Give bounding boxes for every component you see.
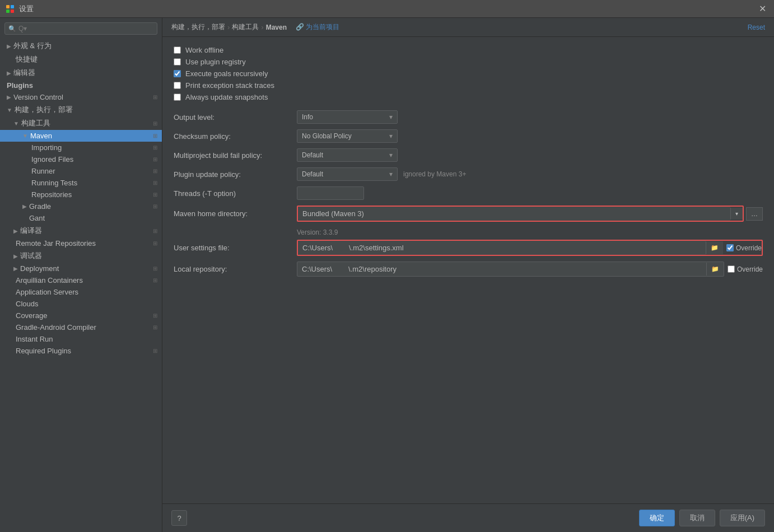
breadcrumb-part2: 构建工具: [232, 22, 259, 32]
sidebar-item-label: Runner: [31, 167, 55, 175]
always-update-row: Always update snapshots: [174, 93, 763, 101]
sidebar-item-remotejar[interactable]: Remote Jar Repositories ⊞: [0, 237, 162, 249]
copy-icon: ⊞: [153, 240, 157, 246]
use-plugin-registry-row: Use plugin registry: [174, 58, 763, 66]
sidebar-item-debugger[interactable]: ▶ 调试器: [0, 249, 162, 263]
multiproject-policy-select[interactable]: Default ▾: [297, 148, 398, 162]
sidebar-item-plugins[interactable]: Plugins: [0, 80, 162, 91]
output-level-label: Output level:: [174, 113, 297, 122]
sidebar-item-runner[interactable]: Runner ⊞: [0, 165, 162, 177]
arrow-icon: ▼: [22, 133, 28, 139]
print-exception-label: Print exception stack traces: [185, 81, 274, 90]
execute-goals-label: Execute goals recursively: [185, 69, 268, 78]
sidebar-item-label: 外观 & 行为: [13, 41, 52, 51]
settings-form: Work offline Use plugin registry Execute…: [162, 37, 774, 503]
user-settings-input[interactable]: [298, 241, 706, 255]
work-offline-label: Work offline: [185, 46, 223, 54]
sidebar-item-label: Deployment: [20, 264, 59, 273]
search-input[interactable]: [18, 25, 153, 32]
sidebar-item-label: Gradle-Android Compiler: [16, 323, 96, 332]
sidebar: 🔍 ▶ 外观 & 行为 快捷键 ▶ 编辑器 Plugins ▶ Version …: [0, 18, 162, 532]
arrow-icon: ▶: [22, 203, 27, 209]
sidebar-item-buildtools[interactable]: ▼ 构建工具 ⊞: [0, 116, 162, 130]
threads-input[interactable]: [297, 186, 364, 200]
sidebar-item-versioncontrol[interactable]: ▶ Version Control ⊞: [0, 91, 162, 103]
sidebar-item-repositories[interactable]: Repositories ⊞: [0, 189, 162, 200]
sidebar-item-editor[interactable]: ▶ 编辑器: [0, 66, 162, 80]
copy-icon: ⊞: [153, 94, 157, 100]
user-settings-override-checkbox[interactable]: [726, 244, 734, 251]
sidebar-item-label: 快捷键: [16, 54, 38, 64]
multiproject-policy-value: Default: [302, 151, 323, 159]
threads-row: Threads (-T option): [174, 186, 763, 200]
sidebar-item-ignoredfiles[interactable]: Ignored Files ⊞: [0, 153, 162, 165]
sidebar-item-gradle[interactable]: ▶ Gradle ⊞: [0, 200, 162, 212]
sidebar-item-label: Clouds: [16, 300, 38, 308]
sidebar-item-compiler[interactable]: ▶ 编译器 ⊞: [0, 224, 162, 237]
close-button[interactable]: ✕: [757, 3, 768, 14]
sidebar-item-requiredplugins[interactable]: Required Plugins ⊞: [0, 345, 162, 357]
breadcrumb-sep1: ›: [227, 23, 230, 31]
copy-icon: ⊞: [153, 120, 157, 127]
print-exception-checkbox[interactable]: [174, 82, 181, 89]
output-level-select[interactable]: Info ▾: [297, 110, 398, 124]
sidebar-item-label: Running Tests: [31, 179, 77, 187]
copy-icon: ⊞: [153, 180, 157, 186]
sidebar-item-builddeploy[interactable]: ▼ 构建，执行，部署: [0, 103, 162, 116]
window-title: 设置: [19, 4, 757, 14]
plugin-update-policy-value: Default: [302, 170, 323, 178]
app-icon: [6, 4, 15, 13]
copy-icon: ⊞: [153, 156, 157, 162]
reset-button[interactable]: Reset: [748, 24, 765, 31]
maven-home-browse-button[interactable]: …: [746, 207, 763, 221]
local-repo-override-checkbox[interactable]: [728, 265, 735, 273]
sidebar-item-gant[interactable]: Gant: [0, 212, 162, 224]
sidebar-item-deployment[interactable]: ▶ Deployment ⊞: [0, 263, 162, 274]
help-button[interactable]: ?: [171, 510, 187, 526]
arrow-icon: ▼: [13, 120, 19, 127]
search-box[interactable]: 🔍: [4, 22, 157, 35]
maven-home-dropdown-button[interactable]: ▾: [730, 208, 743, 220]
chevron-down-icon: ▾: [389, 151, 393, 159]
checksum-policy-select[interactable]: No Global Policy ▾: [297, 129, 398, 143]
plugin-update-policy-label: Plugin update policy:: [174, 170, 297, 179]
sidebar-item-instantrun[interactable]: Instant Run: [0, 333, 162, 345]
work-offline-checkbox[interactable]: [174, 46, 181, 54]
user-settings-browse-button[interactable]: 📁: [706, 241, 723, 254]
copy-icon: ⊞: [153, 133, 157, 139]
sidebar-item-appservers[interactable]: Application Servers: [0, 286, 162, 298]
sidebar-item-runningtests[interactable]: Running Tests ⊞: [0, 177, 162, 189]
sidebar-item-importing[interactable]: Importing ⊞: [0, 142, 162, 153]
checksum-policy-label: Checksum policy:: [174, 132, 297, 141]
plugin-update-policy-select[interactable]: Default ▾: [297, 167, 398, 181]
local-repo-input[interactable]: [297, 262, 706, 276]
sidebar-item-gradleandroid[interactable]: Gradle-Android Compiler ⊞: [0, 321, 162, 333]
copy-icon: ⊞: [153, 324, 157, 330]
breadcrumb: 构建，执行，部署 › 构建工具 › Maven 🔗 为当前项目 Reset: [162, 18, 774, 37]
sidebar-item-appearance[interactable]: ▶ 外观 & 行为: [0, 39, 162, 53]
sidebar-item-label: Remote Jar Repositories: [16, 239, 96, 248]
sidebar-item-arquillian[interactable]: Arquillian Containers ⊞: [0, 274, 162, 286]
sidebar-item-keymap[interactable]: 快捷键: [0, 53, 162, 66]
sidebar-item-coverage[interactable]: Coverage ⊞: [0, 310, 162, 321]
project-link[interactable]: 🔗 为当前项目: [296, 22, 339, 32]
output-level-value: Info: [302, 113, 313, 121]
breadcrumb-current: Maven: [266, 24, 287, 31]
sidebar-item-maven[interactable]: ▼ Maven ⊞: [0, 130, 162, 142]
user-settings-override-container: Override: [726, 244, 762, 252]
use-plugin-registry-checkbox[interactable]: [174, 58, 181, 66]
use-plugin-registry-label: Use plugin registry: [185, 58, 246, 66]
always-update-checkbox[interactable]: [174, 94, 181, 101]
copy-icon: ⊞: [153, 277, 157, 283]
sidebar-item-label: Arquillian Containers: [16, 276, 83, 284]
local-repo-browse-button[interactable]: 📁: [706, 263, 724, 276]
apply-button[interactable]: 应用(A): [720, 510, 765, 526]
maven-home-input[interactable]: [298, 207, 730, 221]
execute-goals-checkbox[interactable]: [174, 70, 181, 77]
output-level-control: Info ▾: [297, 110, 763, 124]
cancel-button[interactable]: 取消: [679, 510, 715, 526]
print-exception-row: Print exception stack traces: [174, 81, 763, 90]
ok-button[interactable]: 确定: [639, 510, 675, 526]
maven-home-highlighted-container: ▾: [297, 206, 744, 222]
sidebar-item-clouds[interactable]: Clouds: [0, 298, 162, 310]
